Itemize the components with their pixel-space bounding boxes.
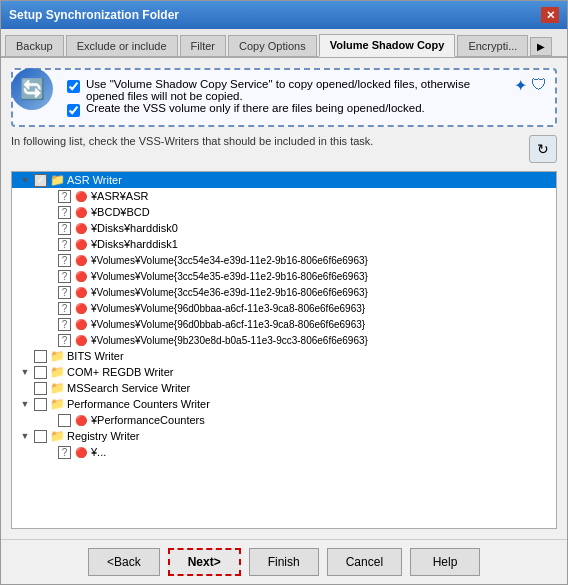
vss-header-icons: ✦ 🛡 (514, 76, 547, 95)
label-vol1: ¥Volumes¥Volume{3cc54e34-e39d-11e2-9b16-… (91, 255, 368, 266)
label-bcd: ¥BCD¥BCD (91, 206, 150, 218)
tabs-bar: Backup Exclude or include Filter Copy Op… (1, 29, 567, 58)
toggle-empty (42, 189, 56, 203)
tree-row-asr-writer[interactable]: ▼ ✓ 📁 ASR Writer (12, 172, 556, 188)
vss-volume-only-label: Create the VSS volume only if there are … (86, 102, 425, 114)
cb-vol3[interactable]: ? (58, 286, 71, 299)
folder-icon: 📁 (49, 397, 65, 411)
tab-exclude[interactable]: Exclude or include (66, 35, 178, 56)
logo-area: 🔄 (11, 68, 53, 110)
red-icon: 🔴 (73, 237, 89, 251)
finish-button[interactable]: Finish (249, 548, 319, 576)
cb-vol1[interactable]: ? (58, 254, 71, 267)
red-icon: 🔴 (73, 301, 89, 315)
label-asr-writer: ASR Writer (67, 174, 122, 186)
label-registry-child: ¥... (91, 446, 106, 458)
cb-vol2[interactable]: ? (58, 270, 71, 283)
tree-row-asr-asr[interactable]: ? 🔴 ¥ASR¥ASR (12, 188, 556, 204)
cb-registry[interactable] (34, 430, 47, 443)
tab-volume-shadow-copy[interactable]: Volume Shadow Copy (319, 34, 456, 57)
close-button[interactable]: ✕ (541, 7, 559, 23)
cb-perfcounters[interactable] (58, 414, 71, 427)
label-disk0: ¥Disks¥harddisk0 (91, 222, 178, 234)
label-disk1: ¥Disks¥harddisk1 (91, 238, 178, 250)
refresh-button[interactable]: ↻ (529, 135, 557, 163)
tree-row-vol4[interactable]: ? 🔴 ¥Volumes¥Volume{96d0bbaa-a6cf-11e3-9… (12, 300, 556, 316)
cb-vol5[interactable]: ? (58, 318, 71, 331)
red-icon: 🔴 (73, 333, 89, 347)
tree-row-vol6[interactable]: ? 🔴 ¥Volumes¥Volume{9b230e8d-b0a5-11e3-9… (12, 332, 556, 348)
tab-nav-button[interactable]: ▶ (530, 37, 552, 56)
red-icon: 🔴 (73, 445, 89, 459)
tab-backup[interactable]: Backup (5, 35, 64, 56)
cb-mssearch[interactable] (34, 382, 47, 395)
tree-row-vol2[interactable]: ? 🔴 ¥Volumes¥Volume{3cc54e35-e39d-11e2-9… (12, 268, 556, 284)
help-button[interactable]: Help (410, 548, 480, 576)
tree-row-registry-child[interactable]: ? 🔴 ¥... (12, 444, 556, 460)
window-title: Setup Synchronization Folder (9, 8, 179, 22)
main-content: 🔄 Use "Volume Shadow Copy Service" to co… (1, 58, 567, 539)
cb-bits[interactable] (34, 350, 47, 363)
cb-disk1[interactable]: ? (58, 238, 71, 251)
vss-enable-label: Use "Volume Shadow Copy Service" to copy… (86, 78, 505, 102)
cb-vol4[interactable]: ? (58, 302, 71, 315)
tree-row-perfcounters[interactable]: 🔴 ¥PerformanceCounters (12, 412, 556, 428)
info-row: In following list, check the VSS-Writers… (11, 135, 557, 163)
back-button[interactable]: <Back (88, 548, 160, 576)
cb-asr[interactable]: ✓ (34, 174, 47, 187)
tree-row-com[interactable]: ▼ 📁 COM+ REGDB Writer (12, 364, 556, 380)
tree-row-vol1[interactable]: ? 🔴 ¥Volumes¥Volume{3cc54e34-e39d-11e2-9… (12, 252, 556, 268)
cb-disk0[interactable]: ? (58, 222, 71, 235)
folder-icon: 📁 (49, 381, 65, 395)
red-icon: 🔴 (73, 413, 89, 427)
cb-registry-child[interactable]: ? (58, 446, 71, 459)
toggle-asr[interactable]: ▼ (18, 173, 32, 187)
red-icon: 🔴 (73, 269, 89, 283)
tree-row-mssearch[interactable]: 📁 MSSearch Service Writer (12, 380, 556, 396)
vss-checkbox2-row: Create the VSS volume only if there are … (67, 102, 545, 117)
vss-options: Use "Volume Shadow Copy Service" to copy… (23, 78, 545, 117)
star-icon: ✦ (514, 76, 527, 95)
next-button[interactable]: Next> (168, 548, 241, 576)
red-icon: 🔴 (73, 253, 89, 267)
label-vol4: ¥Volumes¥Volume{96d0bbaa-a6cf-11e3-9ca8-… (91, 303, 365, 314)
label-perf: Performance Counters Writer (67, 398, 210, 410)
red-icon: 🔴 (73, 221, 89, 235)
label-perfcounters: ¥PerformanceCounters (91, 414, 205, 426)
tree-row-bits[interactable]: 📁 BITS Writer (12, 348, 556, 364)
cb-bcd[interactable]: ? (58, 206, 71, 219)
cb-vol6[interactable]: ? (58, 334, 71, 347)
footer: <Back Next> Finish Cancel Help (1, 539, 567, 584)
cancel-button[interactable]: Cancel (327, 548, 402, 576)
folder-icon: 📁 (49, 173, 65, 187)
label-vol2: ¥Volumes¥Volume{3cc54e35-e39d-11e2-9b16-… (91, 271, 368, 282)
tree-row-vol3[interactable]: ? 🔴 ¥Volumes¥Volume{3cc54e36-e39d-11e2-9… (12, 284, 556, 300)
vss-enable-checkbox[interactable] (67, 80, 80, 93)
title-bar: Setup Synchronization Folder ✕ (1, 1, 567, 29)
tree-row-registry[interactable]: ▼ 📁 Registry Writer (12, 428, 556, 444)
label-com: COM+ REGDB Writer (67, 366, 173, 378)
tab-encrypt[interactable]: Encrypti... (457, 35, 528, 56)
tree-row-disk1[interactable]: ? 🔴 ¥Disks¥harddisk1 (12, 236, 556, 252)
tab-filter[interactable]: Filter (180, 35, 226, 56)
tree-row-disk0[interactable]: ? 🔴 ¥Disks¥harddisk0 (12, 220, 556, 236)
folder-icon: 📁 (49, 365, 65, 379)
tree-row-bcd[interactable]: ? 🔴 ¥BCD¥BCD (12, 204, 556, 220)
cb-com[interactable] (34, 366, 47, 379)
vss-volume-only-checkbox[interactable] (67, 104, 80, 117)
label-vol6: ¥Volumes¥Volume{9b230e8d-b0a5-11e3-9cc3-… (91, 335, 368, 346)
vss-writers-tree[interactable]: ▼ ✓ 📁 ASR Writer ? 🔴 ¥ASR¥ASR ? 🔴 ¥BCD¥B… (11, 171, 557, 529)
cb-asr-asr[interactable]: ? (58, 190, 71, 203)
tree-row-vol5[interactable]: ? 🔴 ¥Volumes¥Volume{96d0bbab-a6cf-11e3-9… (12, 316, 556, 332)
red-icon: 🔴 (73, 317, 89, 331)
label-asr-asr: ¥ASR¥ASR (91, 190, 148, 202)
cb-perf[interactable] (34, 398, 47, 411)
folder-icon: 📁 (49, 429, 65, 443)
red-icon: 🔴 (73, 189, 89, 203)
red-icon: 🔴 (73, 285, 89, 299)
red-icon: 🔴 (73, 205, 89, 219)
vss-checkbox1-row: Use "Volume Shadow Copy Service" to copy… (67, 78, 545, 102)
tab-copy-options[interactable]: Copy Options (228, 35, 317, 56)
label-vol5: ¥Volumes¥Volume{96d0bbab-a6cf-11e3-9ca8-… (91, 319, 365, 330)
tree-row-perf[interactable]: ▼ 📁 Performance Counters Writer (12, 396, 556, 412)
